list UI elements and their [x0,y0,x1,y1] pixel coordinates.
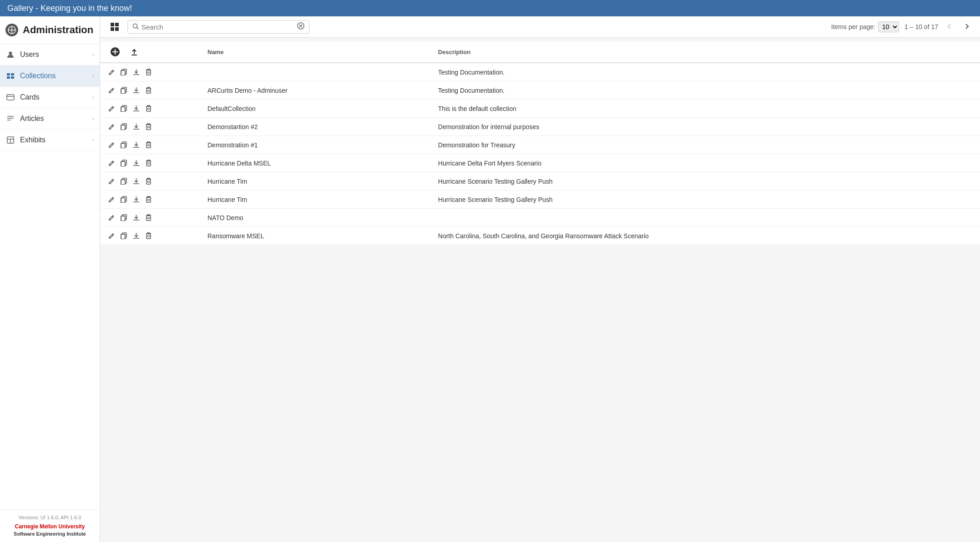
sidebar-users-label: Users [20,50,92,59]
add-collection-button[interactable] [107,46,123,58]
delete-button[interactable] [144,141,153,149]
delete-button[interactable] [144,195,153,204]
row-description: Testing Documentation. [431,63,980,81]
delete-button[interactable] [144,86,153,95]
download-button[interactable] [132,231,141,240]
svg-rect-115 [146,197,151,202]
svg-line-129 [112,235,113,236]
edit-button[interactable] [107,122,116,131]
collections-icon [5,72,15,80]
svg-line-52 [112,107,113,108]
sidebar-cards-label: Cards [20,93,92,101]
edit-button[interactable] [107,195,116,204]
table-row: Demonstration #1Demonstration for Treasu… [100,136,980,154]
sidebar-item-cards[interactable]: Cards › [0,87,100,108]
svg-rect-93 [146,161,151,166]
upload-button[interactable] [126,46,142,58]
sidebar-articles-label: Articles [20,115,92,123]
row-name: ARCurtis Demo - Adminuser [200,81,431,100]
delete-button[interactable] [144,104,153,113]
svg-rect-34 [121,70,125,75]
row-name: Hurricane Tim [200,172,431,191]
svg-rect-126 [146,216,151,221]
download-button[interactable] [132,141,141,149]
download-button[interactable] [132,104,141,113]
edit-button[interactable] [107,86,116,95]
svg-rect-100 [121,180,125,185]
svg-rect-17 [115,23,119,26]
toolbar: Items per page: 10 25 50 1 – 10 of 17 [100,16,980,38]
sidebar-item-users[interactable]: Users › [0,44,100,65]
row-name: Ransomware MSEL [200,227,431,245]
top-bar: Gallery - Keeping you in the know! [0,0,980,16]
next-page-button[interactable] [961,21,973,33]
edit-button[interactable] [107,68,116,76]
table-row: Hurricane TimHurricane Scenario Testing … [100,172,980,191]
copy-button[interactable] [120,68,128,76]
edit-button[interactable] [107,213,116,222]
row-actions [100,154,200,172]
row-description: Testing Documentation. [431,81,980,100]
row-actions [100,118,200,136]
sidebar-item-articles[interactable]: Articles › [0,108,100,130]
download-button[interactable] [132,213,141,222]
download-button[interactable] [132,122,141,131]
delete-button[interactable] [144,231,153,240]
svg-point-20 [133,24,137,28]
col-name-header: Name [200,41,431,63]
download-button[interactable] [132,159,141,167]
sidebar-item-exhibits[interactable]: Exhibits › [0,130,100,151]
table-row: Hurricane Delta MSELHurricane Delta Fort… [100,154,980,172]
svg-line-74 [112,144,113,145]
svg-rect-38 [146,70,151,75]
chevron-right-icon: › [92,94,94,100]
copy-button[interactable] [120,141,128,149]
copy-button[interactable] [120,231,128,240]
delete-button[interactable] [144,213,153,222]
copy-button[interactable] [120,177,128,186]
svg-rect-56 [121,107,125,112]
delete-button[interactable] [144,68,153,76]
edit-button[interactable] [107,231,116,240]
download-button[interactable] [132,68,141,76]
row-actions [100,63,200,81]
svg-line-63 [112,125,113,126]
row-name: Demonstration #1 [200,136,431,154]
app-title: Gallery - Keeping you in the know! [7,4,132,13]
delete-button[interactable] [144,177,153,186]
search-input[interactable] [141,23,297,31]
delete-button[interactable] [144,122,153,131]
copy-button[interactable] [120,213,128,222]
clear-search-icon[interactable] [297,22,304,31]
row-name: Demonstartion #2 [200,118,431,136]
table-row: Ransomware MSELNorth Carolina, South Car… [100,227,980,245]
row-description: Hurricane Delta Fort Myers Scenario [431,154,980,172]
sidebar-item-collections[interactable]: Collections › [0,65,100,87]
row-name: NATO Demo [200,209,431,227]
download-button[interactable] [132,177,141,186]
copy-button[interactable] [120,159,128,167]
edit-button[interactable] [107,104,116,113]
sidebar-collections-label: Collections [20,72,92,80]
svg-rect-67 [121,125,125,130]
grid-view-button[interactable] [107,21,122,32]
edit-button[interactable] [107,159,116,167]
copy-button[interactable] [120,122,128,131]
copy-button[interactable] [120,86,128,95]
table-row: Testing Documentation. [100,63,980,81]
copy-button[interactable] [120,104,128,113]
items-per-page-select[interactable]: 10 25 50 [878,21,899,32]
row-description: Demonstration for internal purposes [431,118,980,136]
svg-rect-8 [7,95,14,100]
download-button[interactable] [132,86,141,95]
copy-button[interactable] [120,195,128,204]
edit-button[interactable] [107,141,116,149]
chevron-right-icon: › [92,51,94,58]
prev-page-button[interactable] [944,21,955,33]
edit-button[interactable] [107,177,116,186]
row-name: DefaultCollection [200,100,431,118]
search-icon [132,23,139,31]
search-box [127,20,309,34]
download-button[interactable] [132,195,141,204]
delete-button[interactable] [144,159,153,167]
